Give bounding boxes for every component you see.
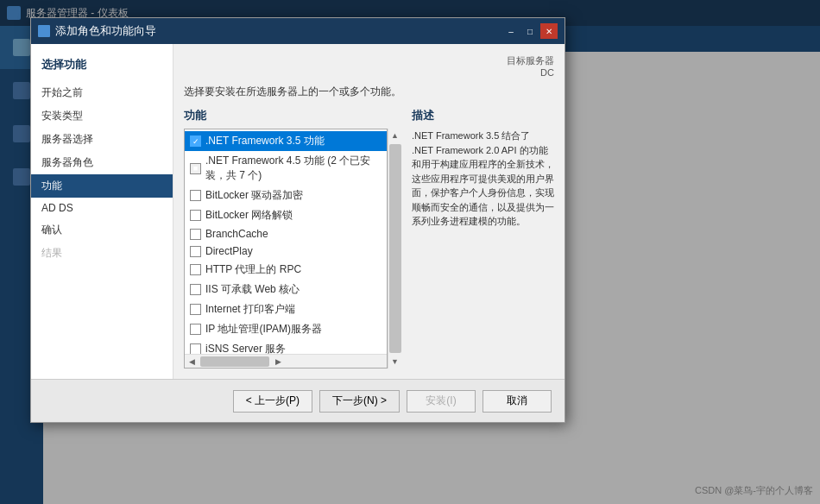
feature-label: BitLocker 网络解锁 — [205, 208, 293, 223]
feature-label: iSNS Server 服务 — [205, 342, 286, 354]
features-label: 功能 — [184, 108, 401, 123]
feature-checkbox[interactable] — [190, 190, 201, 201]
nav-item-server-select[interactable]: 服务器选择 — [31, 128, 173, 151]
feature-item[interactable]: IIS 可承载 Web 核心 — [185, 280, 387, 299]
cancel-button[interactable]: 取消 — [483, 390, 552, 413]
nav-item-server-role[interactable]: 服务器角色 — [31, 151, 173, 174]
feature-label: .NET Framework 3.5 功能 — [205, 134, 325, 148]
feature-item[interactable]: ■.NET Framework 4.5 功能 (2 个已安装，共 7 个) — [185, 151, 387, 186]
dialog-titlebar: 添加角色和功能向导 – □ ✕ — [31, 18, 565, 44]
content-description: 选择要安装在所选服务器上的一个或多个功能。 — [184, 85, 554, 99]
h-scroll-right[interactable]: ▶ — [271, 355, 285, 369]
feature-item[interactable]: Internet 打印客户端 — [185, 299, 387, 319]
maximize-button[interactable]: □ — [521, 23, 539, 39]
features-layout: 功能 ✓.NET Framework 3.5 功能■.NET Framework… — [184, 108, 554, 369]
target-value: DC — [540, 67, 554, 78]
dialog-controls: – □ ✕ — [502, 23, 558, 39]
feature-label: BranchCache — [205, 228, 268, 240]
feature-checkbox[interactable]: ✓ — [190, 135, 201, 147]
nav-item-install-type[interactable]: 安装类型 — [31, 104, 173, 128]
nav-item-features[interactable]: 功能 — [31, 174, 173, 198]
feature-label: BitLocker 驱动器加密 — [205, 188, 303, 203]
dialog-body: 选择功能 开始之前 安装类型 服务器选择 服务器角色 功能 AD DS 确认 结… — [31, 44, 565, 379]
feature-label: IIS 可承载 Web 核心 — [205, 282, 300, 297]
feature-checkbox[interactable]: ■ — [190, 163, 201, 174]
scroll-down-arrow[interactable]: ▼ — [388, 355, 402, 369]
content-panel: 目标服务器 DC 选择要安装在所选服务器上的一个或多个功能。 功能 ✓.NET … — [173, 44, 565, 379]
dialog-title: 添加角色和功能向导 — [55, 23, 156, 39]
h-scroll-thumb[interactable] — [200, 356, 269, 367]
feature-checkbox[interactable] — [190, 324, 201, 335]
next-button[interactable]: 下一步(N) > — [319, 390, 400, 413]
feature-checkbox[interactable] — [190, 264, 201, 275]
feature-item[interactable]: BitLocker 网络解锁 — [185, 205, 387, 225]
feature-item[interactable]: iSNS Server 服务 — [185, 339, 387, 354]
nav-panel: 选择功能 开始之前 安装类型 服务器选择 服务器角色 功能 AD DS 确认 结… — [31, 44, 173, 379]
dialog: 添加角色和功能向导 – □ ✕ 选择功能 开始之前 安装类型 服务器选择 服务器… — [30, 17, 565, 423]
close-button[interactable]: ✕ — [540, 23, 558, 39]
dialog-title-left: 添加角色和功能向导 — [38, 23, 156, 39]
nav-item-adds[interactable]: AD DS — [31, 198, 173, 218]
feature-checkbox[interactable] — [190, 304, 201, 315]
watermark: CSDN @菜鸟-宇的个人博客 — [695, 484, 813, 497]
nav-item-start[interactable]: 开始之前 — [31, 81, 173, 104]
feature-label: Internet 打印客户端 — [205, 302, 295, 317]
minimize-button[interactable]: – — [502, 23, 520, 39]
target-label: 目标服务器 — [507, 55, 554, 66]
prev-button[interactable]: < 上一步(P) — [233, 390, 312, 413]
nav-header: 选择功能 — [31, 53, 173, 81]
feature-checkbox[interactable] — [190, 284, 201, 295]
h-scrollbar[interactable]: ◀ ▶ — [185, 354, 387, 368]
feature-checkbox[interactable] — [190, 210, 201, 221]
install-button[interactable]: 安装(I) — [407, 390, 476, 413]
feature-item[interactable]: BitLocker 驱动器加密 — [185, 186, 387, 205]
feature-list: ✓.NET Framework 3.5 功能■.NET Framework 4.… — [185, 129, 387, 354]
feature-checkbox[interactable] — [190, 343, 201, 354]
feature-label: IP 地址管理(IPAM)服务器 — [205, 322, 322, 337]
feature-item[interactable]: DirectPlay — [185, 243, 387, 260]
scroll-up-arrow[interactable]: ▲ — [388, 129, 402, 142]
feature-section: 功能 ✓.NET Framework 3.5 功能■.NET Framework… — [184, 108, 401, 369]
dialog-title-icon — [38, 25, 50, 37]
target-info: 目标服务器 DC — [184, 54, 554, 78]
nav-item-results[interactable]: 结果 — [31, 242, 173, 265]
h-scroll-left[interactable]: ◀ — [185, 355, 199, 369]
feature-checkbox[interactable] — [190, 229, 201, 240]
button-bar: < 上一步(P) 下一步(N) > 安装(I) 取消 — [31, 379, 565, 422]
feature-list-container: ✓.NET Framework 3.5 功能■.NET Framework 4.… — [184, 129, 388, 369]
feature-item[interactable]: IP 地址管理(IPAM)服务器 — [185, 319, 387, 339]
feature-checkbox[interactable] — [190, 246, 201, 257]
feature-list-wrapper: ✓.NET Framework 3.5 功能■.NET Framework 4.… — [184, 129, 401, 369]
desc-label: 描述 — [412, 108, 554, 123]
feature-item[interactable]: BranchCache — [185, 225, 387, 243]
v-scrollbar[interactable]: ▲ ▼ — [388, 129, 401, 369]
scroll-thumb[interactable] — [389, 144, 401, 353]
nav-item-confirm[interactable]: 确认 — [31, 218, 173, 242]
feature-label: DirectPlay — [205, 245, 253, 257]
feature-item[interactable]: HTTP 代理上的 RPC — [185, 260, 387, 280]
desc-text: .NET Framework 3.5 结合了 .NET Framework 2.… — [412, 129, 554, 229]
feature-label: .NET Framework 4.5 功能 (2 个已安装，共 7 个) — [205, 154, 382, 183]
feature-label: HTTP 代理上的 RPC — [205, 262, 301, 277]
desc-panel: 描述 .NET Framework 3.5 结合了 .NET Framework… — [412, 108, 554, 369]
feature-item[interactable]: ✓.NET Framework 3.5 功能 — [185, 131, 387, 151]
